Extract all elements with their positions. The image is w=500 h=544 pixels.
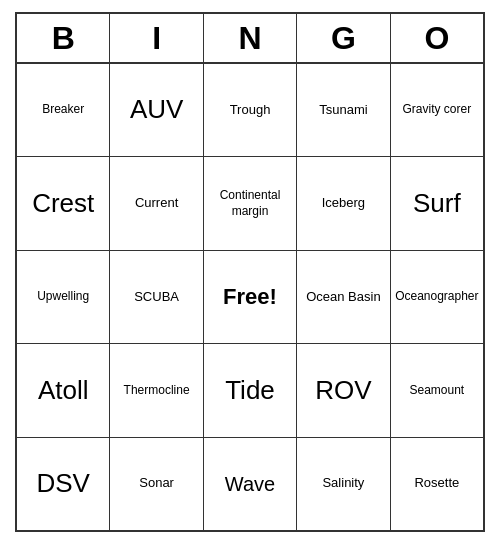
bingo-row-1: CrestCurrentContinental marginIcebergSur… [17,157,483,250]
bingo-cell-4-1: Sonar [110,438,203,530]
bingo-grid: BreakerAUVTroughTsunamiGravity corerCres… [17,64,483,530]
bingo-cell-1-3: Iceberg [297,157,390,249]
bingo-cell-2-0: Upwelling [17,251,110,343]
bingo-cell-4-0: DSV [17,438,110,530]
bingo-letter-G: G [297,14,390,62]
bingo-cell-2-1: SCUBA [110,251,203,343]
bingo-cell-3-3: ROV [297,344,390,436]
bingo-row-2: UpwellingSCUBAFree!Ocean BasinOceanograp… [17,251,483,344]
bingo-cell-2-4: Oceanographer [391,251,483,343]
bingo-letter-B: B [17,14,110,62]
bingo-cell-0-4: Gravity corer [391,64,483,156]
bingo-cell-4-4: Rosette [391,438,483,530]
bingo-cell-1-0: Crest [17,157,110,249]
bingo-card: BINGO BreakerAUVTroughTsunamiGravity cor… [15,12,485,532]
bingo-cell-0-2: Trough [204,64,297,156]
bingo-cell-1-4: Surf [391,157,483,249]
bingo-cell-3-2: Tide [204,344,297,436]
bingo-row-3: AtollThermoclineTideROVSeamount [17,344,483,437]
bingo-cell-4-2: Wave [204,438,297,530]
bingo-cell-4-3: Salinity [297,438,390,530]
bingo-cell-1-1: Current [110,157,203,249]
bingo-row-4: DSVSonarWaveSalinityRosette [17,438,483,530]
bingo-letter-O: O [391,14,483,62]
bingo-letter-I: I [110,14,203,62]
bingo-cell-2-3: Ocean Basin [297,251,390,343]
bingo-header: BINGO [17,14,483,64]
bingo-cell-3-1: Thermocline [110,344,203,436]
bingo-letter-N: N [204,14,297,62]
bingo-cell-0-1: AUV [110,64,203,156]
bingo-cell-3-4: Seamount [391,344,483,436]
bingo-cell-0-0: Breaker [17,64,110,156]
bingo-cell-1-2: Continental margin [204,157,297,249]
bingo-cell-0-3: Tsunami [297,64,390,156]
bingo-row-0: BreakerAUVTroughTsunamiGravity corer [17,64,483,157]
bingo-cell-3-0: Atoll [17,344,110,436]
bingo-cell-2-2: Free! [204,251,297,343]
